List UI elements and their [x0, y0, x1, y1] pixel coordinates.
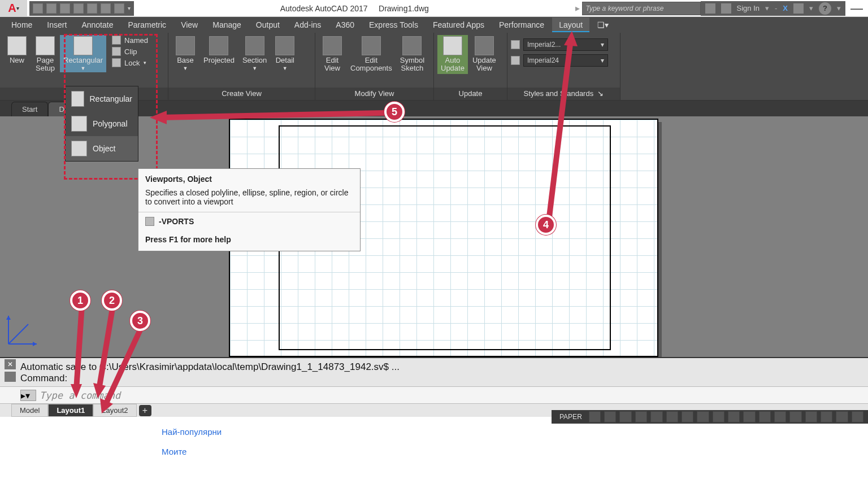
- annotation-style-dropdown[interactable]: Imperial24▾: [523, 54, 608, 67]
- tab-layout2[interactable]: Layout2: [93, 404, 136, 417]
- section-view-button[interactable]: Section▼: [239, 35, 270, 72]
- tooltip-title: Viewports, Object: [138, 169, 360, 186]
- detail-view-button[interactable]: Detail▼: [271, 35, 298, 72]
- footer-link-popular[interactable]: Най-популярни: [162, 427, 222, 437]
- tab-output[interactable]: Output: [249, 18, 287, 32]
- qat-open-icon[interactable]: [46, 3, 57, 14]
- doctab-start[interactable]: Start: [11, 102, 48, 116]
- flyout-object[interactable]: Object: [66, 136, 138, 161]
- clip-viewport-button[interactable]: Clip: [110, 46, 150, 56]
- rectangular-viewport-button[interactable]: Rectangular▼: [60, 35, 106, 72]
- status-bar: PAPER: [552, 410, 868, 424]
- status-lineweight-icon[interactable]: [682, 411, 693, 422]
- qat-save-icon[interactable]: [60, 3, 70, 14]
- status-isolate-icon[interactable]: [821, 411, 832, 422]
- new-layout-button[interactable]: New: [3, 35, 31, 66]
- status-otrack-icon[interactable]: [666, 411, 678, 422]
- status-polar-icon[interactable]: [635, 411, 647, 422]
- infocenter-search[interactable]: Type a keyword or phrase: [582, 2, 701, 15]
- edit-components-button[interactable]: Edit Components: [347, 35, 396, 74]
- panel-title-styles: Styles and Standards ↘: [507, 88, 620, 100]
- window-title: Autodesk AutoCAD 2017 Drawing1.dwg: [134, 4, 575, 13]
- search-icon[interactable]: [705, 3, 715, 14]
- status-annovis-icon[interactable]: [743, 411, 755, 422]
- command-history: ✕ Automatic save to C:\Users\Krasimir\ap…: [0, 358, 868, 386]
- qat-saveas-icon[interactable]: [73, 3, 84, 14]
- lock-viewport-button[interactable]: Lock▾: [110, 58, 150, 68]
- tab-a360[interactable]: A360: [329, 18, 361, 32]
- drafting-standard-dropdown[interactable]: Imperial2...▾: [523, 38, 608, 51]
- svg-marker-4: [6, 316, 11, 320]
- footer-links: Най-популярни Моите: [162, 427, 222, 467]
- tab-model[interactable]: Model: [11, 404, 48, 417]
- annotation-bubble-2: 2: [102, 290, 122, 311]
- title-bar: A▾ ▾ Autodesk AutoCAD 2017 Drawing1.dwg …: [0, 0, 868, 17]
- minimize-button[interactable]: —: [845, 1, 868, 16]
- annotation-bubble-3: 3: [130, 311, 150, 331]
- quick-access-toolbar: ▾: [29, 1, 134, 16]
- tooltip-body: Specifies a closed polyline, ellipse, sp…: [138, 186, 360, 212]
- model-paper-toggle[interactable]: PAPER: [556, 412, 585, 422]
- status-annoscale-icon[interactable]: [728, 411, 740, 422]
- tab-parametric[interactable]: Parametric: [121, 18, 173, 32]
- ucs-icon: [6, 313, 40, 347]
- status-osnap-icon[interactable]: [650, 411, 662, 422]
- tab-home[interactable]: Home: [5, 18, 39, 32]
- tab-expresstools[interactable]: Express Tools: [362, 18, 425, 32]
- tab-annotate[interactable]: Annotate: [75, 18, 120, 32]
- base-view-button[interactable]: Base▼: [172, 35, 199, 72]
- qat-undo-icon[interactable]: [101, 3, 111, 14]
- tab-manage[interactable]: Manage: [206, 18, 248, 32]
- edit-view-button[interactable]: Edit View: [319, 35, 346, 74]
- user-icon[interactable]: [721, 3, 731, 14]
- command-input[interactable]: ▸▾ Type a command: [0, 386, 868, 403]
- status-transparency-icon[interactable]: [697, 411, 709, 422]
- update-view-button[interactable]: Update View: [469, 35, 500, 74]
- close-cmdline-button[interactable]: ✕: [5, 359, 16, 369]
- status-annotation-icon[interactable]: [774, 411, 786, 422]
- named-viewports-button[interactable]: Named: [110, 35, 150, 45]
- tooltip-command: -VPORTS: [138, 212, 360, 230]
- status-grid-icon[interactable]: [589, 411, 601, 422]
- flyout-rectangular[interactable]: Rectangular: [66, 86, 138, 111]
- status-units-icon[interactable]: [789, 411, 801, 422]
- status-cleanscreen-icon[interactable]: [836, 411, 848, 422]
- style-icon-2[interactable]: [511, 56, 520, 65]
- page-setup-button[interactable]: Page Setup: [32, 35, 59, 74]
- help-icon[interactable]: ?: [819, 2, 831, 15]
- status-snap-icon[interactable]: [604, 411, 616, 422]
- autocad-logo-icon: A: [8, 2, 16, 15]
- status-gear-icon[interactable]: [805, 411, 817, 422]
- panel-title-update: Update: [434, 88, 507, 100]
- tab-layout[interactable]: Layout: [552, 18, 589, 32]
- qat-plot-icon[interactable]: [87, 3, 97, 14]
- qat-new-icon[interactable]: [33, 3, 43, 14]
- projected-view-button[interactable]: Projected: [200, 35, 238, 66]
- app-menu-button[interactable]: A▾: [0, 0, 27, 17]
- tab-addins[interactable]: Add-ins: [288, 18, 328, 32]
- qat-redo-icon[interactable]: [114, 3, 124, 14]
- auto-update-button[interactable]: Auto Update: [437, 35, 468, 74]
- status-customize-icon[interactable]: [852, 411, 863, 422]
- tab-performance[interactable]: Performance: [492, 18, 551, 32]
- style-icon-1[interactable]: [511, 40, 520, 49]
- status-selection-icon[interactable]: [713, 411, 724, 422]
- command-prompt-icon[interactable]: ▸▾: [20, 390, 36, 401]
- svg-marker-3: [33, 342, 37, 346]
- command-icon: [145, 217, 154, 226]
- symbol-sketch-button[interactable]: Symbol Sketch: [397, 35, 428, 74]
- flyout-polygonal[interactable]: Polygonal: [66, 111, 138, 136]
- footer-link-mine[interactable]: Моите: [162, 447, 222, 456]
- tab-insert[interactable]: Insert: [40, 18, 73, 32]
- status-ortho-icon[interactable]: [619, 411, 631, 422]
- status-workspace-icon[interactable]: [759, 411, 771, 422]
- add-layout-button[interactable]: +: [139, 405, 151, 416]
- tab-extra-icon[interactable]: ❏▾: [591, 18, 615, 32]
- exchange-icon[interactable]: [793, 3, 804, 14]
- tab-featuredapps[interactable]: Featured Apps: [426, 18, 491, 32]
- tab-view[interactable]: View: [174, 18, 205, 32]
- sign-in-button[interactable]: Sign In: [737, 4, 760, 12]
- tab-layout1[interactable]: Layout1: [48, 404, 93, 417]
- ribbon-tabs: Home Insert Annotate Parametric View Man…: [0, 17, 868, 33]
- customize-cmdline-button[interactable]: [5, 372, 16, 382]
